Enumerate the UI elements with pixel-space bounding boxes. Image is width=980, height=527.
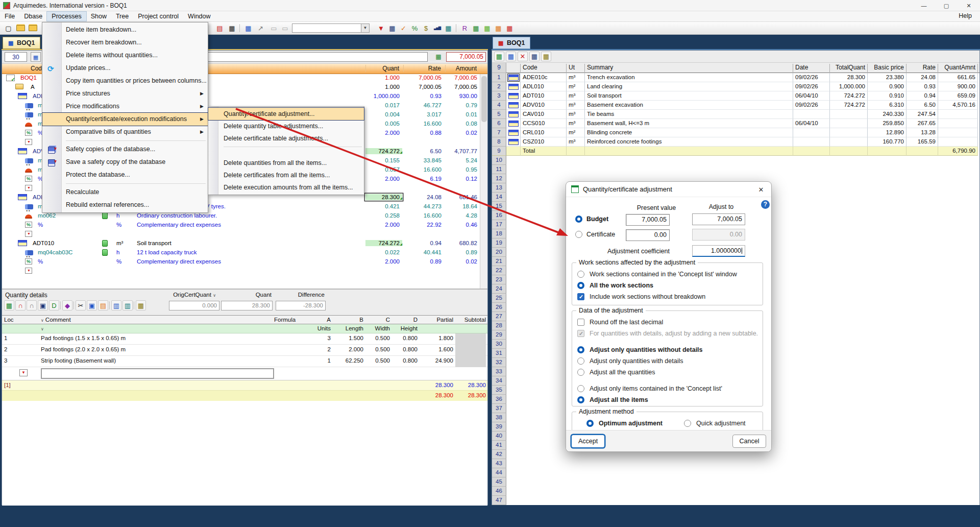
cell-totalquant[interactable]: 1,000.000 — [830, 82, 868, 91]
boq-grid-row[interactable]: 3 ADT010 m³ Soil transport 06/04/10 724.… — [492, 91, 979, 101]
item-amount-cell[interactable]: 0.12 — [444, 176, 480, 182]
cell-date[interactable] — [793, 340, 830, 349]
cell-ut[interactable] — [567, 496, 585, 505]
cell-code[interactable] — [521, 330, 567, 340]
row-number[interactable]: 27 — [492, 312, 506, 321]
resources-icon[interactable]: R — [459, 23, 470, 33]
cell-rate[interactable] — [906, 294, 938, 303]
item-quantity-cell[interactable]: 0.421 — [365, 203, 402, 209]
edit-column-icon[interactable]: ▦ — [506, 52, 516, 61]
certificate-radio[interactable] — [575, 231, 582, 238]
row-number[interactable]: 16 — [492, 211, 506, 220]
cell-quantamnt[interactable] — [938, 468, 978, 477]
item-rate-cell[interactable]: 7,000.05 — [403, 75, 444, 81]
row-number[interactable]: 30 — [492, 340, 506, 349]
tab-boq1-left[interactable]: ▦ BOQ1 — [3, 37, 40, 49]
percent-adjust-icon[interactable]: % — [409, 23, 420, 33]
cell-date[interactable] — [793, 413, 830, 422]
cell-rate[interactable] — [906, 238, 938, 248]
qd-data-row[interactable]: 2 Pad footings (2.0 x 2.0 x 0.65) m 2 2.… — [2, 345, 487, 356]
cell-summary[interactable]: Trench excavation — [585, 73, 793, 82]
option-widget[interactable] — [577, 396, 584, 403]
item-quantity-cell[interactable]: 0.005 — [365, 121, 402, 127]
boq-grid-row[interactable]: 11 — [492, 165, 979, 174]
cell-rate[interactable] — [906, 248, 938, 257]
cell-rate[interactable] — [906, 487, 938, 496]
cell-totalquant[interactable] — [830, 147, 868, 156]
cell-totalquant[interactable] — [830, 174, 868, 183]
cell-date[interactable] — [793, 422, 830, 432]
submenu-item[interactable]: Quantity/certificate adjustment... — [208, 108, 364, 120]
qd-col-loc[interactable]: Loc — [4, 317, 37, 323]
cell-code[interactable] — [521, 468, 567, 477]
row-number[interactable]: 20 — [492, 248, 506, 257]
difference-field[interactable]: -28.300 — [276, 301, 326, 310]
item-amount-cell[interactable]: 0.95 — [444, 166, 480, 173]
cell-ut[interactable]: m³ — [567, 91, 585, 101]
column-header-date[interactable]: Date — [793, 64, 830, 74]
cell-basicprice[interactable] — [868, 330, 906, 340]
cell-totalquant[interactable] — [830, 193, 868, 202]
row-number[interactable]: 24 — [492, 284, 506, 294]
item-amount-cell[interactable]: 7,000.05 — [444, 84, 480, 90]
cell-quantamnt[interactable] — [938, 477, 978, 487]
menu-item[interactable]: Update prices... — [42, 62, 208, 75]
menu-bar-item-help[interactable]: Help — [959, 12, 972, 19]
cell-rate[interactable] — [906, 349, 938, 358]
cell-code[interactable] — [521, 238, 567, 248]
boq-grid-row[interactable]: 7 CRL010 m² Blinding concrete 12.890 13.… — [492, 128, 979, 137]
check-quantities-icon[interactable]: ✓ — [398, 23, 409, 33]
cell-code[interactable] — [521, 284, 567, 294]
cell-date[interactable] — [793, 330, 830, 340]
cut-icon[interactable]: ✂ — [76, 300, 86, 310]
cell-basicprice[interactable] — [868, 487, 906, 496]
item-rate-cell[interactable]: 0.88 — [403, 130, 444, 136]
sep[interactable] — [60, 301, 61, 309]
cell-date[interactable] — [793, 349, 830, 358]
item-amount-cell[interactable]: 0.01 — [444, 111, 480, 117]
cell-code[interactable] — [521, 220, 567, 229]
item-amount-cell[interactable]: 0.79 — [444, 102, 480, 108]
item-quantity-cell[interactable]: 724.272 — [365, 240, 402, 246]
item-quantity-cell[interactable]: 0.057 — [365, 166, 402, 173]
item-quantity-cell[interactable]: 0.017 — [365, 102, 402, 108]
menu-item[interactable]: Protect the database... — [42, 169, 208, 181]
row-number[interactable]: 45 — [492, 477, 506, 487]
qd-col-d[interactable]: D — [392, 317, 418, 323]
cell-quantamnt[interactable] — [938, 183, 978, 193]
cell-totalquant[interactable] — [830, 413, 868, 422]
cell-rate[interactable] — [906, 183, 938, 193]
menu-item[interactable]: Quantity/certificate/execution modificat… — [42, 113, 208, 126]
cell-totalquant[interactable] — [830, 294, 868, 303]
cell-code[interactable] — [521, 294, 567, 303]
dialog-option[interactable]: All the work sections — [577, 281, 763, 293]
submenu-item[interactable]: Delete certificate table adjustments... — [208, 132, 364, 145]
cell-quantamnt[interactable] — [938, 404, 978, 413]
cell-basicprice[interactable] — [868, 156, 906, 165]
quant-field[interactable]: 28.300 — [221, 301, 273, 310]
cell-rate[interactable]: 247.54 — [906, 110, 938, 119]
cell-basicprice[interactable]: 23.380 — [868, 73, 906, 82]
qd-col-subtotal[interactable]: Subtotal — [455, 317, 486, 323]
cell-rate[interactable] — [906, 441, 938, 450]
cell-rate[interactable]: 6.50 — [906, 101, 938, 110]
option-widget[interactable] — [577, 282, 584, 289]
cell-basicprice[interactable] — [868, 284, 906, 294]
cell-date[interactable] — [793, 404, 830, 413]
paste-icon[interactable]: ▤ — [98, 300, 108, 310]
cell-summary[interactable] — [585, 147, 793, 156]
cell-quantamnt[interactable] — [938, 257, 978, 266]
submenu-item[interactable]: Delete quantity table adjustments... — [208, 120, 364, 132]
cell-totalquant[interactable] — [830, 238, 868, 248]
copy-rows-icon[interactable]: ▥ — [111, 300, 121, 310]
cell-basicprice[interactable] — [868, 340, 906, 349]
cell-date[interactable] — [793, 183, 830, 193]
menu-bar-item[interactable]: Processes — [47, 12, 86, 21]
export-grid-icon[interactable]: ▦ — [541, 52, 551, 61]
row-number[interactable]: 15 — [492, 202, 506, 211]
adjust-table-icon[interactable]: ▦ — [136, 300, 146, 310]
cell-date[interactable] — [793, 174, 830, 183]
cell-date[interactable] — [793, 202, 830, 211]
menu-item[interactable]: Price structures ▶ — [42, 87, 208, 100]
item-amount-cell[interactable]: 0.02 — [444, 258, 480, 265]
